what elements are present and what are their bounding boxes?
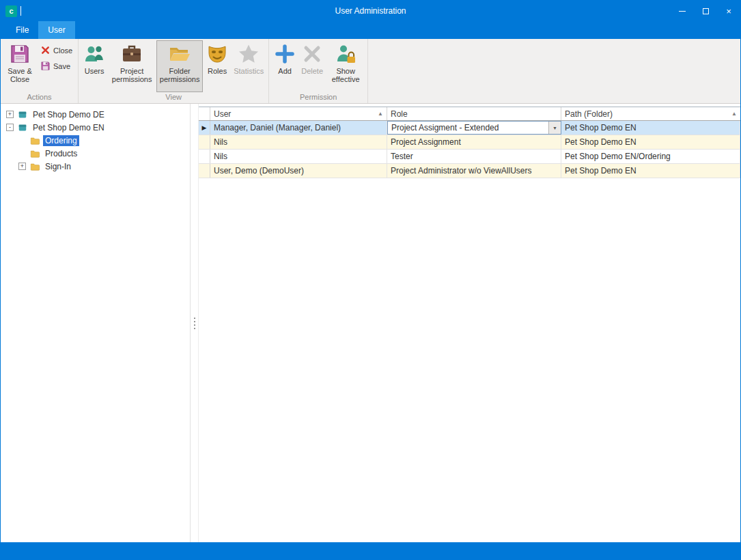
project-permissions-label: Project permissions xyxy=(111,67,153,83)
tree-item-sign-in[interactable]: + Sign-In xyxy=(1,160,190,173)
role-cell-combo[interactable]: Project Assigment - Extended ▼ xyxy=(387,121,561,135)
titlebar: c User Administration × xyxy=(1,1,740,21)
save-small-icon xyxy=(40,61,51,71)
tree-item-products[interactable]: Products xyxy=(1,147,190,160)
group-label-actions: Actions xyxy=(1,92,78,103)
window-title: User Administration xyxy=(1,6,740,16)
splitter-dot xyxy=(194,318,195,319)
person-lock-icon xyxy=(335,43,356,65)
tab-file[interactable]: File xyxy=(6,21,38,39)
app-window: c User Administration × File User Save &… xyxy=(0,0,741,560)
user-cell[interactable]: Nils xyxy=(210,135,387,149)
folder-permissions-button[interactable]: Folder permissions xyxy=(156,40,203,92)
splitter-dot xyxy=(194,324,195,326)
plus-icon xyxy=(274,43,296,65)
expander-icon[interactable]: + xyxy=(6,111,14,118)
star-icon xyxy=(238,43,260,65)
close-x-icon xyxy=(40,45,51,55)
save-label: Save xyxy=(53,62,70,70)
close-label: Close xyxy=(53,46,72,55)
folder-permissions-label: Folder permissions xyxy=(158,67,201,83)
grid-row[interactable]: Nils Tester Pet Shop Demo EN/Ordering xyxy=(199,150,740,164)
sort-asc-icon: ▲ xyxy=(729,111,737,117)
ribbon: Save & Close Close Save xyxy=(1,39,740,104)
tree-item-label: Ordering xyxy=(43,135,79,146)
user-cell[interactable]: Manager, Daniel (Manager, Daniel) xyxy=(210,121,387,135)
role-cell[interactable]: Project Administrator w/o ViewAllUsers xyxy=(387,164,561,178)
grid-indicator-header xyxy=(199,107,210,120)
grid-row[interactable]: User, Demo (DemoUser) Project Administra… xyxy=(199,164,740,178)
grid-row[interactable]: Nils Project Assignment Pet Shop Demo EN xyxy=(199,135,740,150)
role-dropdown-button[interactable]: ▼ xyxy=(548,122,561,134)
column-header-role-label: Role xyxy=(391,109,408,119)
roles-label: Roles xyxy=(208,67,227,75)
status-bar xyxy=(1,542,740,559)
path-cell[interactable]: Pet Shop Demo EN/Ordering xyxy=(561,150,740,163)
add-label: Add xyxy=(278,67,292,75)
group-label-permission: Permission xyxy=(269,92,367,103)
sort-asc-icon: ▲ xyxy=(375,111,383,117)
column-header-path-label: Path (Folder) xyxy=(565,109,613,119)
folder-icon xyxy=(29,136,40,145)
ribbon-group-permission: Add Delete Show effective Permission xyxy=(269,39,368,103)
briefcase-icon xyxy=(121,43,143,65)
folder-icon xyxy=(29,149,40,158)
save-icon xyxy=(9,43,31,65)
text-caret xyxy=(20,6,21,16)
panel-splitter[interactable] xyxy=(191,104,198,542)
save-and-close-label: Save & Close xyxy=(5,67,34,83)
role-combo-value: Project Assigment - Extended xyxy=(388,123,548,132)
ribbon-tab-row: File User xyxy=(1,21,740,39)
grid-header: User ▲ Role Path (Folder) ▲ xyxy=(199,107,740,121)
folder-tree: + Pet Shop Demo DE - Pet Shop Demo EN Or… xyxy=(1,104,191,542)
column-header-role[interactable]: Role xyxy=(387,107,561,120)
folder-icon xyxy=(29,162,40,171)
column-header-path[interactable]: Path (Folder) ▲ xyxy=(561,107,740,120)
tree-item-label: Sign-In xyxy=(43,161,73,172)
tree-item-pet-shop-demo-en[interactable]: - Pet Shop Demo EN xyxy=(1,121,190,134)
window-maximize-button[interactable] xyxy=(694,1,717,21)
group-label-view: View xyxy=(79,92,268,103)
save-button[interactable]: Save xyxy=(38,60,74,72)
column-header-user[interactable]: User ▲ xyxy=(210,107,387,120)
tree-item-label: Pet Shop Demo EN xyxy=(31,122,107,133)
project-permissions-button[interactable]: Project permissions xyxy=(109,40,155,92)
folder-open-icon xyxy=(169,43,191,65)
splitter-dot xyxy=(194,321,195,322)
window-minimize-button[interactable] xyxy=(671,1,694,21)
save-and-close-button[interactable]: Save & Close xyxy=(3,40,36,92)
expander-icon[interactable]: + xyxy=(18,163,26,170)
show-effective-button[interactable]: Show effective xyxy=(326,40,365,92)
minimize-icon xyxy=(679,11,686,12)
role-cell[interactable]: Tester xyxy=(387,150,561,163)
users-label: Users xyxy=(85,67,104,75)
delete-button: Delete xyxy=(299,40,325,92)
users-button[interactable]: Users xyxy=(81,40,107,92)
close-button[interactable]: Close xyxy=(38,44,74,56)
user-cell[interactable]: Nils xyxy=(210,150,387,163)
tree-item-ordering[interactable]: Ordering xyxy=(1,134,190,147)
role-cell[interactable]: Project Assignment xyxy=(387,135,561,149)
path-cell[interactable]: Pet Shop Demo EN xyxy=(561,121,740,135)
row-indicator: ▶ xyxy=(199,121,210,135)
grid-row[interactable]: ▶ Manager, Daniel (Manager, Daniel) Proj… xyxy=(199,121,740,135)
project-icon xyxy=(17,110,28,120)
permissions-grid: User ▲ Role Path (Folder) ▲ ▶ Manager, D… xyxy=(199,107,740,178)
tree-item-label: Products xyxy=(43,148,79,159)
path-cell[interactable]: Pet Shop Demo EN xyxy=(561,135,740,149)
add-button[interactable]: Add xyxy=(272,40,298,92)
path-cell[interactable]: Pet Shop Demo EN xyxy=(561,164,740,178)
window-close-button[interactable]: × xyxy=(717,1,740,21)
tab-user[interactable]: User xyxy=(38,21,74,39)
roles-button[interactable]: Roles xyxy=(204,40,230,92)
tree-item-pet-shop-demo-de[interactable]: + Pet Shop Demo DE xyxy=(1,108,190,121)
users-icon xyxy=(83,43,105,65)
row-indicator xyxy=(199,135,210,149)
window-controls: × xyxy=(671,1,740,21)
column-header-user-label: User xyxy=(214,109,231,119)
user-cell[interactable]: User, Demo (DemoUser) xyxy=(210,164,387,178)
grid-panel: User ▲ Role Path (Folder) ▲ ▶ Manager, D… xyxy=(198,104,740,542)
mask-icon xyxy=(206,43,228,65)
maximize-icon xyxy=(703,8,709,14)
expander-icon[interactable]: - xyxy=(6,124,14,131)
